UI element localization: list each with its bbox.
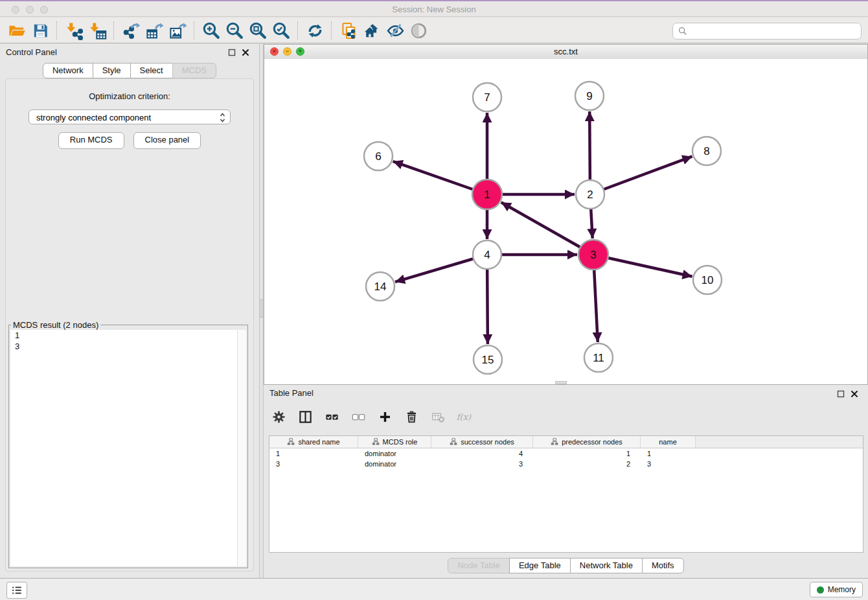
run-mcds-button[interactable]: Run MCDS xyxy=(58,132,124,149)
search-box xyxy=(672,23,862,40)
mcds-result-title: MCDS result (2 nodes) xyxy=(11,320,100,330)
refresh-view-icon[interactable] xyxy=(303,20,326,41)
column-header-successor-nodes[interactable]: successor nodes xyxy=(431,436,533,448)
add-column-icon[interactable] xyxy=(376,408,393,425)
tab-mcds[interactable]: MCDS xyxy=(172,63,216,78)
graph-node-15[interactable]: 15 xyxy=(474,345,502,374)
graph-node-label: 3 xyxy=(590,249,596,261)
tab-edge-table[interactable]: Edge Table xyxy=(509,558,571,573)
zoom-fit-icon[interactable] xyxy=(246,20,269,41)
result-item[interactable]: 3 xyxy=(10,341,246,352)
network-graph[interactable]: 1234678910111415 xyxy=(264,59,868,386)
graph-node-11[interactable]: 11 xyxy=(584,343,613,372)
panel-divider[interactable] xyxy=(259,44,264,578)
column-header-predecessor-nodes[interactable]: predecessor nodes xyxy=(533,436,641,448)
cell-predecessor-nodes[interactable]: 2 xyxy=(533,459,641,469)
export-network-icon[interactable] xyxy=(119,20,143,41)
tab-node-table[interactable]: Node Table xyxy=(448,558,510,573)
open-session-icon[interactable] xyxy=(5,20,29,41)
tab-style[interactable]: Style xyxy=(93,63,131,78)
hide-details-icon[interactable] xyxy=(383,20,407,41)
column-type-icon xyxy=(450,438,457,446)
table-row[interactable]: 1dominator411 xyxy=(269,448,863,459)
function-builder-icon: f(x) xyxy=(456,408,473,425)
network-title: scc.txt xyxy=(264,45,867,58)
tab-select[interactable]: Select xyxy=(130,63,173,78)
graph-edge-3-1[interactable] xyxy=(501,202,593,255)
show-columns-icon[interactable] xyxy=(297,408,314,425)
cell-shared-name[interactable]: 3 xyxy=(269,459,358,469)
table-panel-title: Table Panel xyxy=(269,388,314,398)
divider-grip[interactable] xyxy=(260,299,263,317)
close-table-panel-icon[interactable] xyxy=(851,390,859,398)
mcds-result-list[interactable]: 13 xyxy=(10,330,246,566)
graph-node-6[interactable]: 6 xyxy=(364,142,393,170)
cell-name[interactable]: 3 xyxy=(641,459,696,469)
graph-node-3[interactable]: 3 xyxy=(578,240,608,270)
export-table-icon[interactable] xyxy=(143,20,166,41)
copy-network-icon[interactable] xyxy=(337,20,360,41)
cell-mcds-role[interactable]: dominator xyxy=(358,448,431,459)
mcds-panel: Optimization criterion: strongly connect… xyxy=(5,78,254,571)
save-session-icon[interactable] xyxy=(29,20,52,41)
select-all-columns-icon[interactable] xyxy=(323,408,340,425)
column-header-shared-name[interactable]: shared name xyxy=(269,436,358,448)
toggle-bird-view-icon[interactable] xyxy=(407,20,430,41)
cell-name[interactable]: 1 xyxy=(641,448,696,459)
graph-node-10[interactable]: 10 xyxy=(693,266,722,294)
column-type-icon xyxy=(551,438,558,446)
table-tabs: Node TableEdge TableNetwork TableMotifs xyxy=(264,558,868,573)
import-network-icon[interactable] xyxy=(62,20,86,41)
column-label: predecessor nodes xyxy=(562,438,622,446)
memory-button[interactable]: Memory xyxy=(810,582,863,597)
graph-node-7[interactable]: 7 xyxy=(473,83,501,111)
cell-mcds-role[interactable]: dominator xyxy=(358,459,431,469)
cell-successor-nodes[interactable]: 3 xyxy=(431,459,533,469)
criterion-dropdown[interactable]: strongly connected component xyxy=(29,110,231,124)
graph-edge-2-8[interactable] xyxy=(590,156,692,194)
result-item[interactable]: 1 xyxy=(10,330,246,341)
close-panel-icon[interactable] xyxy=(242,49,250,57)
cell-successor-nodes[interactable]: 4 xyxy=(431,448,533,459)
canvas-scroll-handle[interactable] xyxy=(555,381,567,384)
graph-node-8[interactable]: 8 xyxy=(692,137,721,165)
float-table-panel-icon[interactable] xyxy=(837,390,845,398)
delete-columns-icon[interactable] xyxy=(403,408,420,425)
cell-predecessor-nodes[interactable]: 1 xyxy=(533,448,641,459)
graph-node-9[interactable]: 9 xyxy=(575,82,604,110)
graph-node-label: 15 xyxy=(482,354,494,366)
tab-motifs[interactable]: Motifs xyxy=(642,558,684,573)
unselect-all-columns-icon[interactable] xyxy=(350,408,367,425)
search-input[interactable] xyxy=(690,24,858,38)
table-toolbar: f(x) xyxy=(270,404,473,429)
import-table-icon[interactable] xyxy=(86,20,109,41)
table-settings-icon[interactable] xyxy=(270,408,287,425)
control-panel-tabs: NetworkStyleSelectMCDS xyxy=(0,63,259,78)
zoom-selected-icon[interactable] xyxy=(269,20,293,41)
column-type-icon xyxy=(372,438,380,446)
tab-network-table[interactable]: Network Table xyxy=(570,558,643,573)
graph-node-1[interactable]: 1 xyxy=(472,179,502,209)
graph-node-14[interactable]: 14 xyxy=(366,272,394,301)
export-image-icon[interactable] xyxy=(166,20,189,41)
column-header-mcds-role[interactable]: MCDS role xyxy=(358,436,431,448)
task-history-button[interactable] xyxy=(6,582,27,599)
cell-shared-name[interactable]: 1 xyxy=(269,448,358,459)
session-title: Session: New Session xyxy=(0,1,868,17)
graph-node-label: 1 xyxy=(484,189,490,201)
zoom-in-icon[interactable] xyxy=(200,20,223,41)
column-header-name[interactable]: name xyxy=(641,436,696,448)
table-row[interactable]: 3dominator323 xyxy=(269,459,863,469)
graph-node-4[interactable]: 4 xyxy=(473,240,501,269)
graph-node-label: 10 xyxy=(702,274,714,286)
result-scrollbar[interactable] xyxy=(237,330,246,566)
close-panel-button[interactable]: Close panel xyxy=(133,132,201,149)
graph-node-2[interactable]: 2 xyxy=(576,180,604,209)
status-bar: Memory xyxy=(0,578,868,600)
network-canvas[interactable]: 1234678910111415 xyxy=(264,59,867,384)
table-header-row: shared nameMCDS rolesuccessor nodesprede… xyxy=(269,436,863,448)
go-home-icon[interactable] xyxy=(360,20,383,41)
float-panel-icon[interactable] xyxy=(228,49,236,57)
zoom-out-icon[interactable] xyxy=(223,20,246,41)
tab-network[interactable]: Network xyxy=(43,63,93,78)
